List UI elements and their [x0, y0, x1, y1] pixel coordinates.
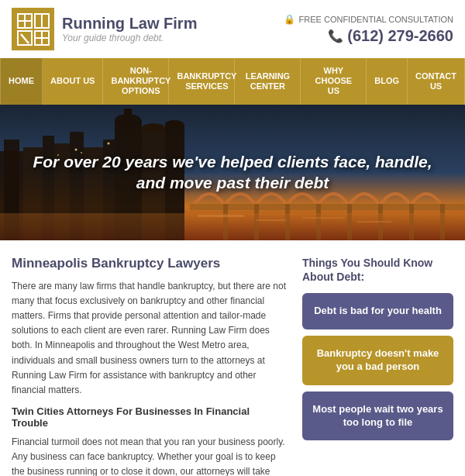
svg-rect-0 — [15, 11, 52, 48]
svg-rect-37 — [198, 215, 244, 217]
debt-card-3[interactable]: Most people wait two years too long to f… — [302, 391, 453, 441]
header-contact: 🔒 FREE CONFIDENTIAL CONSULTATION 📞 (612)… — [284, 14, 453, 45]
svg-rect-36 — [0, 213, 465, 240]
main-paragraph2: Financial turmoil does not mean that you… — [12, 435, 287, 476]
main-content: Minneapolis Bankruptcy Lawyers There are… — [0, 240, 465, 476]
nav-item-why[interactable]: WHY CHOOSE US — [301, 58, 367, 105]
firm-name: Running Law Firm — [62, 15, 197, 33]
svg-rect-40 — [356, 221, 391, 222]
svg-rect-27 — [190, 204, 465, 210]
debt-card-1[interactable]: Debt is bad for your health — [302, 293, 453, 329]
svg-rect-22 — [124, 109, 132, 124]
navigation: HOME ABOUT US NON-BANKRUPTCY OPTIONS BAN… — [0, 58, 465, 105]
nav-item-home[interactable]: HOME — [0, 58, 43, 105]
main-paragraph1: There are many law firms that handle ban… — [12, 279, 287, 398]
nav-item-learning[interactable]: LEARNING CENTER — [235, 58, 301, 105]
debt-card-2[interactable]: Bankruptcy doesn't make you a bad person — [302, 336, 453, 385]
hero-section: For over 20 years we've helped clients f… — [0, 105, 465, 240]
hero-text: For over 20 years we've helped clients f… — [0, 151, 465, 194]
svg-point-24 — [142, 123, 165, 133]
nav-item-bankruptcy[interactable]: BANKRUPTCY SERVICES — [169, 58, 235, 105]
debt-card-2-text: Bankruptcy doesn't make you a bad person — [317, 347, 439, 372]
header: Running Law Firm Your guide through debt… — [0, 0, 465, 58]
logo-area: Running Law Firm Your guide through debt… — [12, 8, 197, 50]
svg-rect-39 — [302, 217, 345, 219]
phone-line[interactable]: 📞 (612) 279-2660 — [284, 27, 453, 45]
svg-point-41 — [75, 148, 78, 150]
debt-card-1-text: Debt is bad for your health — [314, 305, 442, 316]
svg-point-44 — [108, 142, 110, 144]
sub-heading: Twin Cities Attorneys For Businesses In … — [12, 405, 287, 429]
content-left: Minneapolis Bankruptcy Lawyers There are… — [12, 256, 302, 476]
phone-number: (612) 279-2660 — [347, 27, 453, 45]
svg-point-26 — [165, 120, 184, 128]
nav-item-non-bankruptcy[interactable]: NON-BANKRUPTCY OPTIONS — [103, 58, 169, 105]
right-heading: Things You Should Know About Debt: — [302, 256, 453, 284]
consultation-text: FREE CONFIDENTIAL CONSULTATION — [299, 15, 453, 24]
consultation-line: 🔒 FREE CONFIDENTIAL CONSULTATION — [284, 14, 453, 25]
content-right: Things You Should Know About Debt: Debt … — [302, 256, 453, 476]
logo-icon — [12, 8, 54, 50]
debt-card-3-text: Most people wait two years too long to f… — [312, 403, 443, 428]
svg-rect-38 — [256, 219, 287, 221]
main-heading: Minneapolis Bankruptcy Lawyers — [12, 256, 287, 271]
lock-icon: 🔒 — [284, 14, 295, 25]
phone-icon: 📞 — [328, 29, 343, 43]
nav-item-contact[interactable]: CONTACT US — [408, 58, 465, 105]
firm-tagline: Your guide through debt. — [62, 33, 197, 43]
nav-item-about[interactable]: ABOUT US — [43, 58, 103, 105]
nav-item-blog[interactable]: BLOG — [367, 58, 408, 105]
logo-text: Running Law Firm Your guide through debt… — [62, 15, 197, 43]
